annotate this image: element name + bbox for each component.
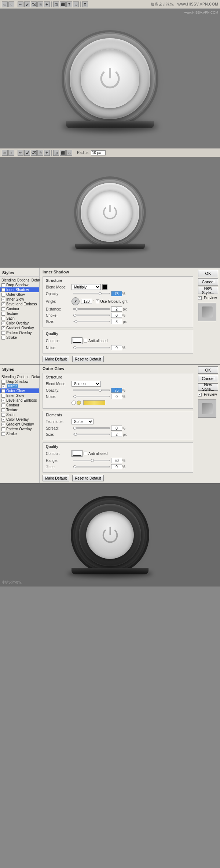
tool-heal[interactable]: ✚ [44, 1, 50, 7]
opacity-thumb-1[interactable] [99, 292, 102, 295]
radius-input[interactable]: 10 px [91, 150, 106, 155]
style-item-inner-glow[interactable]: Inner Glow [0, 297, 39, 302]
size-slider-2[interactable] [73, 434, 110, 435]
satin-checkbox-2[interactable] [1, 413, 5, 417]
texture-checkbox[interactable] [1, 312, 5, 316]
satin-checkbox[interactable] [1, 317, 5, 320]
size-value-1[interactable] [111, 319, 122, 324]
opacity-slider-1[interactable] [73, 293, 110, 294]
style2-item-inner-shadow[interactable]: fbf7c3 Inner Shadow [0, 384, 39, 388]
bevel-checkbox[interactable] [1, 302, 5, 306]
style2-item-inner-glow[interactable]: Inner Glow [0, 393, 39, 398]
choke-value-1[interactable] [111, 313, 122, 318]
color-overlay-checkbox-2[interactable] [1, 418, 5, 422]
jitter-slider[interactable] [73, 466, 110, 467]
ok-button-2[interactable]: OK [198, 366, 218, 374]
tool2-brush[interactable]: 🖌 [24, 150, 30, 156]
angle-dial-1[interactable] [72, 297, 80, 305]
style2-item-color-overlay[interactable]: Color Overlay [0, 417, 39, 422]
style-item-contour[interactable]: Contour [0, 306, 39, 311]
noise-slider-1[interactable] [73, 347, 110, 348]
style2-item-outer-glow[interactable]: Outer Glow [0, 388, 39, 393]
choke-thumb-1[interactable] [73, 314, 76, 317]
reset-btn-1[interactable]: Reset to Default [72, 356, 104, 362]
cancel-button-1[interactable]: Cancel [198, 278, 218, 286]
spread-thumb[interactable] [73, 427, 76, 430]
style-item-gradient-overlay[interactable]: Gradient Overlay [0, 326, 39, 330]
make-default-btn-1[interactable]: Make Default [43, 356, 69, 362]
style-item-outer-glow[interactable]: Outer Glow [0, 292, 39, 297]
noise-thumb-1[interactable] [73, 346, 76, 349]
anti-aliased-checkbox-1[interactable] [84, 339, 87, 342]
tool-color[interactable]: ⬛ [60, 1, 66, 7]
jitter-thumb[interactable] [73, 465, 76, 468]
stroke-checkbox-2[interactable] [1, 432, 5, 436]
technique-select[interactable]: Softer [72, 419, 94, 424]
opacity-value-2[interactable] [111, 388, 122, 393]
choke-slider-1[interactable] [73, 315, 110, 316]
tool-shape[interactable]: ◇ [73, 1, 79, 7]
tool2-color[interactable]: ⬛ [60, 150, 66, 156]
range-slider[interactable] [73, 460, 110, 461]
ok-button-1[interactable]: OK [198, 270, 218, 277]
tool-ellipse[interactable]: ○ [8, 1, 14, 7]
new-style-button-1[interactable]: New Style... [198, 287, 218, 294]
tool2-clone[interactable]: ⎘ [37, 150, 43, 156]
new-style-button-2[interactable]: New Style... [198, 383, 218, 391]
outer-glow-checkbox-2[interactable] [1, 389, 5, 393]
jitter-value[interactable] [111, 464, 122, 469]
style-item-bevel[interactable]: Bevel and Emboss [0, 302, 39, 306]
gradient-overlay-checkbox[interactable] [1, 326, 5, 330]
pattern-overlay-checkbox-2[interactable] [1, 427, 5, 431]
distance-value-1[interactable] [111, 306, 122, 312]
glow-gradient-swatch[interactable] [83, 400, 105, 405]
contour-checkbox[interactable] [1, 307, 5, 311]
preview-checkbox-1[interactable] [198, 296, 202, 300]
inner-shadow-checkbox-2[interactable] [1, 384, 5, 388]
tool-clone[interactable]: ⎘ [37, 1, 43, 7]
global-light-checkbox[interactable] [96, 300, 99, 303]
tool-pencil[interactable]: ✏ [18, 1, 23, 7]
tool2-heal[interactable]: ✚ [44, 150, 50, 156]
distance-thumb-1[interactable] [75, 308, 78, 311]
stroke-checkbox[interactable] [1, 336, 5, 340]
distance-slider-1[interactable] [73, 308, 110, 310]
contour-preview-2[interactable] [72, 450, 82, 457]
style-item-drop-shadow[interactable]: Drop Shadow [0, 283, 39, 287]
color-overlay-checkbox[interactable] [1, 322, 5, 325]
style2-item-contour[interactable]: Contour [0, 403, 39, 408]
opacity-slider-2[interactable] [73, 390, 110, 391]
style-item-texture[interactable]: Texture [0, 311, 39, 316]
blend-mode-select-2[interactable]: Screen [72, 381, 101, 387]
glow-circle-white[interactable] [72, 401, 76, 405]
preview-checkbox-2[interactable] [198, 393, 202, 397]
drop-shadow-checkbox-2[interactable] [1, 380, 5, 384]
blend-color-swatch[interactable] [102, 284, 107, 290]
range-value[interactable] [111, 458, 122, 463]
size-thumb-2[interactable] [74, 433, 77, 436]
contour-preview-1[interactable] [72, 337, 82, 344]
outer-glow-checkbox[interactable] [1, 293, 5, 297]
tool2-erase[interactable]: ⌫ [31, 150, 37, 156]
style2-item-texture[interactable]: Texture [0, 408, 39, 412]
style-item-stroke[interactable]: Stroke [0, 335, 39, 340]
style2-item-gradient-overlay[interactable]: Gradient Overlay [0, 422, 39, 427]
style-item-inner-shadow[interactable]: Inner Shadow [0, 287, 39, 292]
anti-aliased-checkbox-2[interactable] [84, 452, 87, 455]
tool-path[interactable]: ⚙ [82, 1, 88, 7]
inner-glow-checkbox-2[interactable] [1, 394, 5, 398]
pattern-overlay-checkbox[interactable] [1, 331, 5, 335]
tool2-gradient[interactable]: ◫ [53, 150, 59, 156]
style-item-blending[interactable]: Blending Options: Default [0, 278, 39, 283]
style2-item-stroke[interactable]: Stroke [0, 431, 39, 436]
spread-value[interactable] [111, 426, 122, 431]
noise-slider-2[interactable] [73, 396, 110, 397]
size-slider-1[interactable] [73, 321, 110, 322]
tool2-pencil[interactable]: ✏ [18, 150, 23, 156]
tool-brush[interactable]: 🖌 [24, 1, 30, 7]
tool-rect[interactable]: ▭ [2, 1, 8, 7]
style-item-pattern-overlay[interactable]: Pattern Overlay [0, 330, 39, 335]
style-item-satin[interactable]: Satin [0, 316, 39, 321]
style2-item-pattern-overlay[interactable]: Pattern Overlay [0, 427, 39, 431]
contour-checkbox-2[interactable] [1, 403, 5, 407]
